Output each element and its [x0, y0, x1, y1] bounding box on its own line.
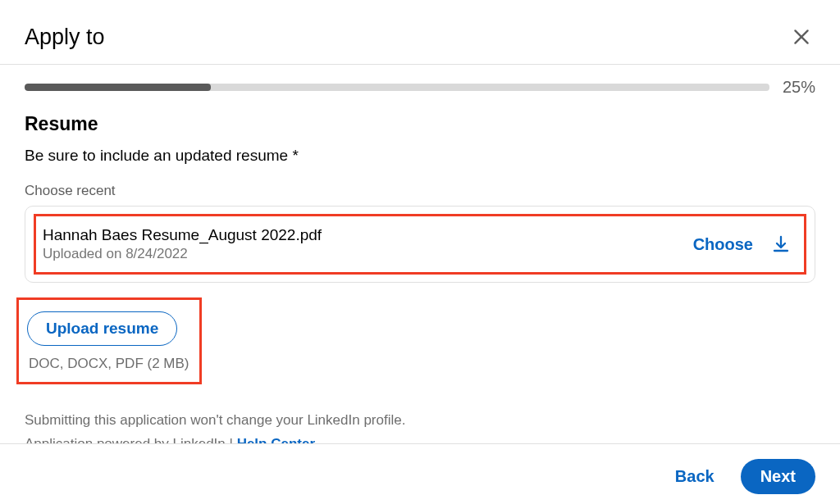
resume-filename: Hannah Baes Resume_August 2022.pdf [43, 226, 322, 244]
modal-title: Apply to [25, 25, 105, 50]
disclaimer-line2: Application powered by LinkedIn | Help C… [25, 433, 815, 443]
upload-resume-button[interactable]: Upload resume [27, 311, 177, 346]
resume-info: Hannah Baes Resume_August 2022.pdf Uploa… [43, 226, 322, 262]
progress-bar [25, 84, 769, 91]
disclaimer-line2-prefix: Application powered by LinkedIn | [25, 436, 237, 443]
choose-button[interactable]: Choose [693, 235, 753, 254]
resume-actions: Choose [693, 234, 791, 254]
resume-section-subtitle: Be sure to include an updated resume * [25, 147, 815, 165]
choose-recent-label: Choose recent [25, 183, 815, 199]
modal-content: Resume Be sure to include an updated res… [0, 107, 840, 443]
disclaimer: Submitting this application won't change… [25, 409, 815, 443]
resume-section-title: Resume [25, 113, 815, 135]
resume-card-highlight: Hannah Baes Resume_August 2022.pdf Uploa… [34, 214, 806, 275]
resume-card: Hannah Baes Resume_August 2022.pdf Uploa… [25, 206, 815, 283]
close-button[interactable] [788, 23, 815, 51]
next-button[interactable]: Next [741, 459, 815, 494]
progress-row: 25% [0, 65, 840, 107]
modal-footer: Back Next [0, 443, 840, 504]
upload-hint: DOC, DOCX, PDF (2 MB) [29, 356, 189, 372]
upload-highlight: Upload resume DOC, DOCX, PDF (2 MB) [16, 297, 202, 384]
progress-percent: 25% [783, 78, 815, 97]
disclaimer-line1: Submitting this application won't change… [25, 409, 815, 433]
progress-bar-fill [25, 84, 211, 91]
close-icon [791, 26, 812, 48]
download-button[interactable] [771, 234, 791, 254]
download-icon [771, 234, 791, 254]
back-button[interactable]: Back [664, 459, 726, 494]
apply-modal: Apply to 25% Resume Be sure to include a… [0, 0, 840, 504]
resume-uploaded-date: Uploaded on 8/24/2022 [43, 246, 322, 262]
help-center-link[interactable]: Help Center [237, 436, 315, 443]
modal-header: Apply to [0, 0, 840, 65]
